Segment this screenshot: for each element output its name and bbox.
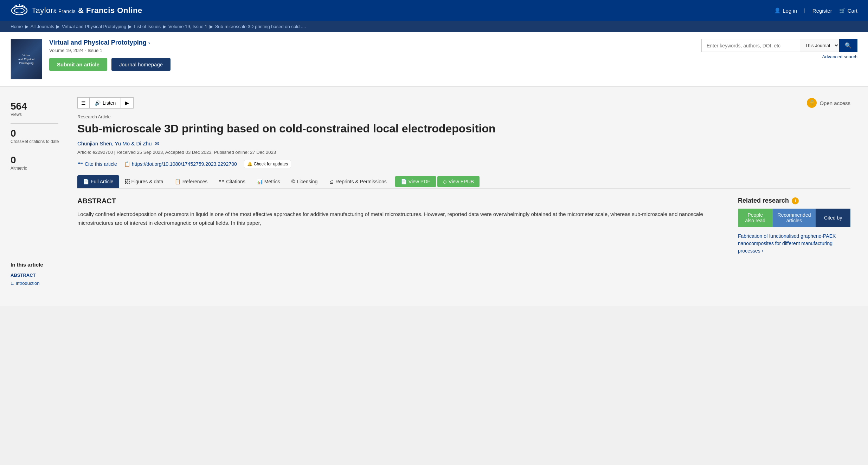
logo-icon — [11, 4, 28, 18]
register-link[interactable]: Register — [812, 8, 832, 14]
journal-info: Virtual and Physical Prototyping › Volum… — [49, 39, 171, 71]
in-article-title: In this article — [11, 262, 70, 268]
in-article-introduction-link[interactable]: 1. Introduction — [11, 281, 70, 286]
listen-button[interactable]: 🔊 Listen — [89, 97, 121, 109]
logo-text: Taylor& Francis & Francis Online — [32, 6, 142, 15]
pdf-icon: 📄 — [401, 179, 407, 184]
tab-figures-data[interactable]: 🖼 Figures & data — [119, 175, 169, 188]
play-icon: ▶ — [125, 100, 129, 106]
cart-icon: 🛒 — [839, 7, 846, 14]
author-di-zhu[interactable]: Di Zhu — [136, 140, 152, 146]
article-authors: Chunjian Shen, Yu Mo & Di Zhu ✉ — [77, 140, 850, 147]
related-sidebar: Related research i People also read Reco… — [738, 197, 850, 255]
breadcrumb-list-of-issues[interactable]: List of Issues — [134, 24, 161, 29]
views-stat: 564 Views — [11, 101, 70, 118]
reprints-icon: 🖨 — [329, 179, 334, 184]
tab-licensing[interactable]: © Licensing — [286, 175, 323, 188]
in-article-area: In this article ABSTRACT 1. Introduction — [0, 255, 868, 306]
view-epub-button[interactable]: ◇ View EPUB — [437, 176, 480, 187]
citations-icon: ❝❝ — [219, 179, 224, 184]
journal-cover: Virtualand PhysicalPrototyping — [11, 39, 42, 79]
search-area: This Journal 🔍 Advanced search — [701, 39, 857, 59]
email-icon: ✉ — [155, 140, 159, 146]
content-area: ABSTRACT Locally confined electrodeposit… — [77, 197, 850, 255]
submit-article-button[interactable]: Submit an article — [49, 58, 107, 71]
journal-title-link[interactable]: Virtual and Physical Prototyping › — [49, 39, 150, 46]
check-updates-button[interactable]: 🔔 Check for updates — [244, 160, 291, 168]
licensing-icon: © — [291, 179, 295, 184]
logo-area: Taylor& Francis & Francis Online — [11, 4, 142, 18]
in-article-abstract-link[interactable]: ABSTRACT — [11, 273, 70, 278]
main-layout: 564 Views 0 CrossRef citations to date 0… — [11, 94, 857, 255]
stat-divider-1 — [11, 123, 58, 124]
listen-menu-button[interactable]: ☰ — [77, 97, 89, 109]
related-tab-cited-by[interactable]: Cited by — [816, 209, 850, 227]
menu-icon: ☰ — [81, 100, 86, 106]
journal-homepage-button[interactable]: Journal homepage — [111, 58, 171, 71]
tab-full-article[interactable]: 📄 Full Article — [77, 175, 119, 188]
article-meta: Article: e2292700 | Received 25 Sep 2023… — [77, 150, 850, 155]
journal-volume: Volume 19, 2024 - Issue 1 — [49, 48, 171, 53]
journal-header: Virtualand PhysicalPrototyping Virtual a… — [0, 32, 868, 87]
breadcrumb-all-journals[interactable]: All Journals — [31, 24, 54, 29]
breadcrumb-sep-1: ▶ — [25, 24, 28, 29]
related-article-link[interactable]: Fabrication of functionalised graphene-P… — [738, 233, 836, 254]
journal-title: Virtual and Physical Prototyping › — [49, 39, 171, 46]
tab-reprints[interactable]: 🖨 Reprints & Permissions — [323, 175, 392, 188]
search-input[interactable] — [701, 39, 800, 52]
tab-metrics[interactable]: 📊 Metrics — [251, 175, 286, 188]
article-area: 564 Views 0 CrossRef citations to date 0… — [0, 87, 868, 255]
svg-point-0 — [12, 6, 27, 15]
search-scope-select[interactable]: This Journal — [800, 39, 839, 52]
tab-bar: 📄 Full Article 🖼 Figures & data 📋 Refere… — [77, 175, 850, 189]
open-access-badge: 🔓 Open access — [807, 98, 850, 108]
breadcrumb-home[interactable]: Home — [11, 24, 23, 29]
header-right: 👤 Log in | Register 🛒 Cart — [774, 7, 857, 14]
check-updates-icon: 🔔 — [247, 162, 252, 166]
abstract-title: ABSTRACT — [77, 197, 727, 205]
article-actions: ❝❝ Cite this article 📋 https://doi.org/1… — [77, 160, 850, 168]
cite-article-link[interactable]: ❝❝ Cite this article — [77, 161, 117, 167]
search-row: This Journal 🔍 — [701, 39, 857, 52]
related-info-icon[interactable]: i — [792, 197, 799, 204]
breadcrumb-sep-2: ▶ — [56, 24, 60, 29]
view-pdf-button[interactable]: 📄 View PDF — [395, 176, 436, 187]
epub-icon: ◇ — [443, 179, 447, 184]
top-header: Taylor& Francis & Francis Online 👤 Log i… — [0, 0, 868, 21]
references-icon: 📋 — [175, 179, 181, 184]
in-article-sidebar: In this article ABSTRACT 1. Introduction — [11, 255, 70, 296]
views-label: Views — [11, 112, 70, 118]
open-access-icon: 🔓 — [807, 98, 817, 108]
related-title: Related research i — [738, 197, 850, 204]
tab-references[interactable]: 📋 References — [169, 175, 213, 188]
login-link[interactable]: 👤 Log in — [774, 7, 797, 14]
article-content: ABSTRACT Locally confined electrodeposit… — [77, 197, 727, 255]
advanced-search-link[interactable]: Advanced search — [822, 54, 857, 59]
search-button[interactable]: 🔍 — [839, 39, 857, 52]
breadcrumb-sep-5: ▶ — [210, 24, 213, 29]
author-yu-mo[interactable]: Yu Mo — [115, 140, 130, 146]
play-button[interactable]: ▶ — [121, 97, 134, 109]
related-tab-people-read[interactable]: People also read — [738, 209, 773, 227]
user-icon: 👤 — [774, 7, 781, 14]
article-title: Sub-microscale 3D printing based on cold… — [77, 122, 850, 136]
breadcrumb: Home ▶ All Journals ▶ Virtual and Physic… — [0, 21, 868, 32]
related-tab-recommended[interactable]: Recommended articles — [773, 209, 816, 227]
breadcrumb-volume[interactable]: Volume 19, Issue 1 — [168, 24, 207, 29]
journal-left: Virtualand PhysicalPrototyping Virtual a… — [11, 39, 171, 79]
speaker-icon: 🔊 — [95, 100, 101, 106]
cart-link[interactable]: 🛒 Cart — [839, 7, 857, 14]
breadcrumb-journal[interactable]: Virtual and Physical Prototyping — [62, 24, 126, 29]
cite-icon: ❝❝ — [77, 161, 83, 167]
breadcrumb-current: Sub-microscale 3D printing based on cold… — [215, 24, 306, 29]
crossref-label: CrossRef citations to date — [11, 139, 70, 145]
svg-point-1 — [14, 8, 24, 13]
stat-divider-2 — [11, 150, 58, 150]
open-access-label: Open access — [819, 100, 850, 106]
author-chunjian[interactable]: Chunjian Shen — [77, 140, 112, 146]
related-tabs: People also read Recommended articles Ci… — [738, 209, 850, 227]
doi-link[interactable]: 📋 https://doi.org/10.1080/17452759.2023.… — [124, 161, 237, 167]
tab-citations[interactable]: ❝❝ Citations — [213, 175, 251, 188]
listen-bar: ☰ 🔊 Listen ▶ 🔓 Open access — [77, 97, 850, 109]
views-count: 564 — [11, 101, 70, 112]
